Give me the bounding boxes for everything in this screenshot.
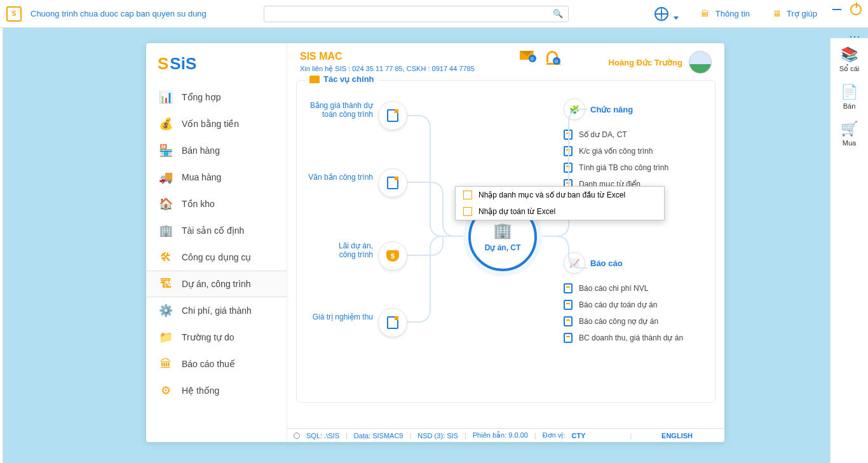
sidebar: S SiS 📊Tổng hợp 💰Vốn bằng tiền 🏪Bán hàng…	[146, 43, 287, 442]
node-label-2: Văn bản công trình	[297, 173, 373, 182]
right-dock: 📚 Sổ cái 📄 Bán 🛒 Mua	[830, 38, 868, 463]
status-nsd: NSD (3): SIS	[417, 432, 458, 440]
dock-item-mua[interactable]: 🛒 Mua	[832, 119, 867, 147]
context-menu: Nhập danh mục và số dư ban đầu từ Excel …	[455, 186, 665, 220]
dock-item-ban[interactable]: 📄 Bán	[832, 82, 867, 110]
status-version: Phiên bản: 9.0.00	[473, 431, 528, 440]
status-donvi-value[interactable]: CTY	[571, 432, 585, 440]
doc-icon	[387, 177, 398, 189]
app-logo-icon: S	[6, 6, 22, 22]
more-menu-button[interactable]: ⋯	[849, 29, 862, 43]
purchase-icon: 🚚	[159, 170, 173, 184]
doc-icon	[387, 316, 398, 329]
user-name: Hoàng Đức Trường	[609, 58, 682, 67]
mail-badge: 0	[529, 55, 536, 62]
summary-icon: 📊	[159, 90, 173, 104]
import-icon	[463, 191, 472, 199]
workspace: S SiS 📊Tổng hợp 💰Vốn bằng tiền 🏪Bán hàng…	[3, 28, 830, 463]
license-text: Chuong trinh chua duoc cap ban quyen su …	[31, 9, 207, 18]
inventory-icon: 🏠	[159, 197, 173, 211]
cash-icon: 💰	[159, 117, 173, 131]
status-led-icon	[294, 433, 300, 439]
sidebar-item-cong-cu-dung-cu[interactable]: 🛠Công cụ dụng cụ	[146, 244, 287, 271]
menu-nhap-du-toan-excel[interactable]: Nhập dự toán từ Excel	[456, 203, 664, 220]
minimize-button[interactable]	[832, 9, 841, 10]
node-bang-gia-thanh[interactable]	[378, 101, 407, 130]
building-icon: 🏢	[493, 222, 512, 239]
sidebar-item-truong-tu-do[interactable]: 📁Trường tự do	[146, 324, 287, 351]
sidebar-item-ton-kho[interactable]: 🏠Tồn kho	[146, 191, 287, 217]
sidebar-item-von-bang-tien[interactable]: 💰Vốn bằng tiền	[146, 111, 287, 137]
globe-icon	[654, 7, 668, 21]
status-donvi-label: Đơn vị:	[543, 431, 566, 440]
node-label-3: Lãi dự án,công trình	[297, 241, 373, 259]
info-icon: 🏛	[699, 8, 712, 20]
tax-icon: 🏛	[159, 357, 173, 371]
help-label: Trợ giúp	[787, 9, 817, 18]
menu-nhap-danh-muc-excel[interactable]: Nhập danh mục và số dư ban đầu từ Excel	[456, 187, 664, 203]
user-block[interactable]: Hoàng Đức Trường	[609, 51, 712, 74]
sidebar-item-he-thong[interactable]: ⚙Hệ thống	[146, 377, 287, 404]
sidebar-item-tong-hop[interactable]: 📊Tổng hợp	[146, 84, 287, 111]
project-icon: 🏗	[159, 277, 173, 291]
sell-icon: 📄	[832, 82, 867, 102]
sales-icon: 🏪	[159, 144, 173, 158]
node-lai-du-an[interactable]: $	[378, 241, 407, 271]
search-icon: 🔍	[553, 9, 563, 18]
lang-toggle[interactable]: ENGLISH	[661, 432, 693, 440]
status-data: Data: SISMAC9	[354, 432, 403, 440]
dock-item-so-cai[interactable]: 📚 Sổ cái	[832, 44, 867, 73]
status-sql: SQL: .\SIS	[306, 432, 339, 440]
system-icon: ⚙	[159, 384, 173, 398]
info-label: Thông tin	[715, 9, 750, 18]
node-van-ban-cong-trinh[interactable]	[378, 168, 407, 198]
bell-badge: 0	[553, 57, 560, 65]
sidebar-item-mua-hang[interactable]: 🚚Mua hàng	[146, 164, 287, 191]
help-icon: 🖥	[770, 8, 783, 20]
ledger-icon: 📚	[832, 44, 867, 65]
freefield-icon: 📁	[159, 330, 173, 344]
sidebar-item-ban-hang[interactable]: 🏪Bán hàng	[146, 137, 287, 164]
task-block: Tác vụ chính 🏢 Dự án, CT	[296, 80, 715, 403]
buy-icon: 🛒	[832, 119, 867, 139]
cost-icon: ⚙️	[159, 304, 173, 318]
bell-notification[interactable]: 0	[546, 51, 558, 62]
chevron-down-icon	[674, 17, 679, 20]
help-button[interactable]: 🖥 Trợ giúp	[770, 8, 817, 20]
power-button[interactable]	[850, 4, 862, 15]
mail-notification[interactable]: 0	[520, 51, 534, 60]
main-card: S SiS 📊Tổng hợp 💰Vốn bằng tiền 🏪Bán hàng…	[146, 43, 724, 442]
left-taskbar	[0, 0, 3, 463]
tools-icon: 🛠	[159, 250, 173, 264]
asset-icon: 🏢	[159, 224, 173, 238]
status-bar: SQL: .\SIS| Data: SISMAC9| NSD (3): SIS|…	[287, 428, 724, 442]
sidebar-item-du-an-cong-trinh[interactable]: 🏗Dự án, công trình	[146, 271, 287, 297]
doc-icon	[387, 109, 398, 122]
import-icon	[463, 207, 472, 216]
node-label-1: Bảng giá thành dựtoán công trình	[297, 101, 373, 119]
topbar: S Chuong trinh chua duoc cap ban quyen s…	[0, 0, 868, 28]
node-gia-tri-nghiem-thu[interactable]	[378, 308, 407, 337]
sidebar-item-bao-cao-thue[interactable]: 🏛Báo cáo thuế	[146, 351, 287, 377]
brand-logo: S SiS	[146, 43, 287, 84]
app-title: SIS MAC	[300, 51, 475, 62]
info-button[interactable]: 🏛 Thông tin	[699, 8, 750, 20]
node-label-4: Giá trị nghiệm thu	[297, 312, 373, 321]
global-search-input[interactable]: 🔍	[264, 6, 569, 22]
avatar	[689, 51, 712, 74]
moneybag-icon: $	[386, 250, 399, 262]
sidebar-item-chi-phi-gia-thanh[interactable]: ⚙️Chi phí, giá thành	[146, 297, 287, 324]
contact-line: Xin liên hệ SIS : 024 35 11 77 85, CSKH …	[300, 65, 475, 73]
sidebar-item-tai-san-co-dinh[interactable]: 🏢Tài sản cố định	[146, 217, 287, 244]
content: SIS MAC Xin liên hệ SIS : 024 35 11 77 8…	[287, 43, 724, 428]
language-globe-button[interactable]	[654, 7, 679, 21]
